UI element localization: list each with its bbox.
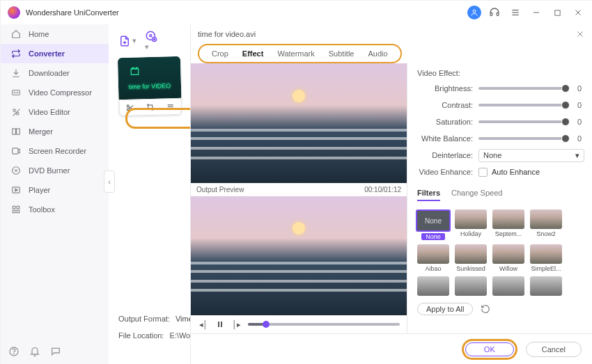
help-icon[interactable] bbox=[8, 345, 20, 358]
sidebar-item-player[interactable]: Player bbox=[1, 180, 109, 200]
filter-none[interactable]: NoneNone bbox=[417, 209, 449, 240]
sidebar-item-home[interactable]: Home bbox=[1, 24, 109, 44]
prev-frame-button[interactable]: ◂│ bbox=[198, 320, 209, 329]
tab-effect[interactable]: Effect bbox=[235, 45, 271, 62]
clip-thumb-text: time for VIDEO bbox=[128, 65, 171, 90]
original-preview bbox=[191, 63, 407, 183]
home-icon bbox=[10, 29, 22, 40]
filter-extra-2[interactable] bbox=[455, 276, 487, 296]
merger-icon bbox=[10, 126, 22, 137]
filter-september[interactable]: Septem... bbox=[492, 209, 524, 240]
support-icon[interactable] bbox=[487, 5, 502, 20]
trim-icon[interactable] bbox=[125, 104, 135, 112]
chevron-down-icon: ▾ bbox=[145, 42, 149, 51]
reset-filters-button[interactable] bbox=[480, 303, 491, 315]
filter-grid: NoneNone Holiday Septem... Snow2 Aibao S… bbox=[417, 209, 584, 296]
svg-rect-14 bbox=[17, 129, 20, 134]
cancel-button[interactable]: Cancel bbox=[526, 342, 582, 357]
sidebar-item-label: Merger bbox=[29, 127, 53, 136]
svg-rect-21 bbox=[17, 206, 20, 209]
contrast-value: 0 bbox=[575, 101, 584, 109]
tab-subtitle[interactable]: Subtitle bbox=[322, 45, 361, 62]
crop-icon[interactable] bbox=[146, 103, 155, 111]
filter-holiday[interactable]: Holiday bbox=[455, 209, 487, 240]
subtab-filters[interactable]: Filters bbox=[417, 186, 440, 201]
filter-willow[interactable]: Willow bbox=[492, 244, 524, 272]
sidebar-item-editor[interactable]: Video Editor bbox=[1, 102, 109, 122]
close-button[interactable] bbox=[570, 5, 586, 20]
filter-sunkissed[interactable]: Sunkissed bbox=[455, 244, 487, 272]
next-frame-button[interactable]: │▸ bbox=[231, 320, 242, 329]
white-balance-slider[interactable] bbox=[478, 137, 569, 140]
clip-card[interactable]: time for VIDEO bbox=[118, 56, 182, 116]
sidebar-item-label: Downloader bbox=[29, 69, 70, 77]
sidebar-item-dvd[interactable]: DVD Burner bbox=[1, 161, 109, 180]
sidebar-item-compressor[interactable]: Video Compressor bbox=[1, 83, 109, 102]
app-title: Wondershare UniConverter bbox=[26, 8, 119, 17]
editor-icon bbox=[10, 106, 22, 118]
svg-marker-19 bbox=[15, 189, 17, 191]
apply-to-all-button[interactable]: Apply to All bbox=[417, 303, 473, 315]
output-preview bbox=[191, 196, 407, 316]
filter-extra-4[interactable] bbox=[530, 276, 562, 296]
auto-enhance-label: Auto Enhance bbox=[492, 168, 540, 176]
svg-point-12 bbox=[17, 113, 19, 116]
annotation-tab-pill: Crop Effect Watermark Subtitle Audio bbox=[198, 44, 402, 63]
svg-rect-1 bbox=[490, 13, 492, 16]
subtab-speed[interactable]: Change Speed bbox=[451, 186, 502, 201]
contrast-slider[interactable] bbox=[478, 104, 569, 106]
maximize-button[interactable] bbox=[550, 5, 565, 20]
collapse-sidebar-button[interactable]: ‹ bbox=[104, 171, 115, 193]
tab-audio[interactable]: Audio bbox=[361, 45, 394, 62]
add-dvd-button[interactable]: ▾ bbox=[145, 30, 157, 52]
svg-point-11 bbox=[13, 109, 16, 112]
pause-button[interactable] bbox=[215, 320, 226, 329]
clip-thumbnail: time for VIDEO bbox=[118, 56, 182, 100]
saturation-label: Saturation: bbox=[417, 118, 473, 126]
svg-point-16 bbox=[13, 167, 20, 175]
close-editor-button[interactable] bbox=[575, 29, 586, 40]
svg-rect-39 bbox=[221, 322, 222, 327]
brightness-slider[interactable] bbox=[478, 87, 569, 90]
menu-icon[interactable] bbox=[508, 5, 523, 20]
auto-enhance-checkbox[interactable] bbox=[478, 168, 488, 177]
add-file-button[interactable]: ▾ bbox=[118, 35, 137, 47]
filter-aibao[interactable]: Aibao bbox=[417, 244, 449, 272]
sidebar-item-downloader[interactable]: Downloader bbox=[1, 63, 109, 83]
filter-extra-3[interactable] bbox=[492, 276, 524, 296]
download-icon bbox=[10, 68, 22, 79]
sidebar-item-label: Toolbox bbox=[29, 205, 55, 214]
dvd-icon bbox=[10, 165, 22, 176]
bell-icon[interactable] bbox=[29, 345, 41, 358]
sidebar-item-converter[interactable]: Converter bbox=[1, 44, 109, 63]
compressor-icon bbox=[10, 87, 22, 98]
filter-extra-1[interactable] bbox=[417, 276, 449, 296]
feedback-icon[interactable] bbox=[49, 345, 62, 358]
clip-toolbar bbox=[118, 98, 182, 116]
video-enhance-label: Video Enhance: bbox=[417, 168, 473, 176]
svg-rect-29 bbox=[131, 69, 139, 74]
more-icon[interactable] bbox=[166, 102, 176, 111]
tab-watermark[interactable]: Watermark bbox=[270, 45, 321, 62]
filter-simpleelegance[interactable]: SimpleEl... bbox=[530, 244, 562, 272]
sidebar-item-label: Home bbox=[29, 30, 49, 38]
timeline-slider[interactable] bbox=[248, 323, 400, 326]
account-icon[interactable] bbox=[467, 6, 481, 19]
sidebar-item-label: DVD Burner bbox=[29, 166, 70, 175]
sidebar-item-recorder[interactable]: Screen Recorder bbox=[1, 141, 109, 161]
ok-button[interactable]: OK bbox=[465, 342, 514, 356]
file-location-label: File Location: bbox=[118, 331, 164, 340]
saturation-slider[interactable] bbox=[478, 120, 569, 123]
sidebar: Home Converter Downloader Video Compress… bbox=[1, 24, 109, 364]
preview-time: 00:10/01:12 bbox=[364, 186, 401, 193]
sidebar-item-merger[interactable]: Merger bbox=[1, 122, 109, 141]
filter-snow2[interactable]: Snow2 bbox=[530, 209, 562, 240]
sidebar-item-toolbox[interactable]: Toolbox bbox=[1, 200, 109, 219]
minimize-button[interactable] bbox=[529, 5, 544, 20]
brightness-label: Brightness: bbox=[417, 84, 473, 93]
svg-rect-13 bbox=[13, 129, 16, 134]
svg-rect-15 bbox=[13, 148, 18, 154]
tab-crop[interactable]: Crop bbox=[205, 45, 235, 62]
deinterlace-select[interactable]: None▾ bbox=[478, 149, 584, 162]
converter-icon bbox=[10, 48, 22, 59]
